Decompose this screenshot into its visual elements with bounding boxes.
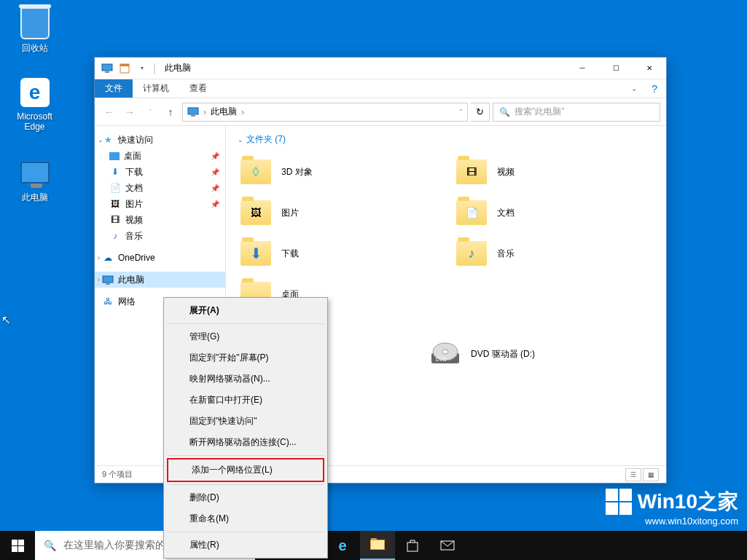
svg-rect-14: [12, 546, 17, 552]
search-placeholder: 搜索"此电脑": [515, 106, 565, 118]
addr-dropdown-icon[interactable]: ˅: [459, 109, 463, 116]
sidebar-item-downloads[interactable]: ⬇下载📌: [95, 164, 225, 180]
chevron-down-icon: ⌄: [238, 136, 243, 143]
sidebar-this-pc[interactable]: › 此电脑: [95, 272, 225, 288]
menu-manage[interactable]: 管理(G): [166, 326, 325, 347]
up-button[interactable]: ↑: [162, 103, 179, 121]
maximize-button[interactable]: ☐: [599, 58, 633, 79]
search-icon: 🔍: [499, 107, 510, 117]
chevron-right-icon[interactable]: ›: [98, 276, 100, 283]
search-icon: 🔍: [44, 540, 56, 551]
folder-icon: 🖼: [240, 197, 271, 228]
svg-rect-5: [191, 115, 195, 117]
watermark-url: www.win10xitong.com: [606, 516, 738, 527]
qat-dropdown-icon[interactable]: ▾: [136, 62, 149, 75]
windows-logo-icon: [12, 540, 24, 552]
folder-pictures[interactable]: 🖼图片: [238, 194, 439, 232]
menu-delete[interactable]: 删除(D): [166, 487, 325, 508]
pin-icon: 📌: [211, 168, 219, 176]
sidebar-item-music[interactable]: ♪音乐: [95, 228, 225, 244]
sidebar-item-videos[interactable]: 🎞视频: [95, 212, 225, 228]
forward-button[interactable]: →: [121, 103, 138, 121]
taskbar-store[interactable]: [395, 531, 430, 560]
menu-expand[interactable]: 展开(A): [166, 300, 325, 321]
address-bar[interactable]: › 此电脑 › ˅: [182, 103, 468, 122]
recycle-bin-icon: [19, 7, 51, 39]
sidebar-item-desktop[interactable]: 桌面📌: [95, 148, 225, 164]
folder-icon: ⬇: [240, 238, 271, 269]
this-pc-icon: [19, 157, 51, 189]
menu-separator: [167, 455, 324, 456]
sidebar-item-documents[interactable]: 📄文档📌: [95, 180, 225, 196]
sidebar-quick-access[interactable]: ⌄ ★ 快速访问: [95, 132, 225, 148]
addr-this-pc-icon: [187, 107, 199, 117]
breadcrumb[interactable]: 此电脑: [211, 106, 237, 118]
folder-icon: ◊: [240, 157, 271, 187]
ribbon-expand-icon[interactable]: ⌄: [625, 79, 643, 98]
chevron-right-icon[interactable]: ›: [98, 254, 100, 261]
menu-map-drive[interactable]: 映射网络驱动器(N)...: [166, 368, 325, 390]
minimize-button[interactable]: ─: [566, 58, 599, 79]
window-title: 此电脑: [165, 62, 191, 74]
dvd-drive-icon: DVD: [430, 339, 461, 369]
tab-computer[interactable]: 计算机: [133, 79, 179, 98]
titlebar[interactable]: ▾ | 此电脑 ─ ☐ ✕: [95, 58, 666, 79]
desktop-icon: [109, 152, 120, 160]
breadcrumb-sep: ›: [241, 107, 244, 117]
help-icon[interactable]: ?: [643, 79, 666, 98]
folder-downloads[interactable]: ⬇下载: [238, 234, 439, 272]
windows-logo-icon: [606, 489, 632, 515]
close-button[interactable]: ✕: [633, 58, 666, 79]
svg-rect-7: [106, 283, 110, 285]
folder-documents[interactable]: 📄文档: [453, 194, 654, 232]
menu-rename[interactable]: 重命名(M): [166, 508, 325, 529]
refresh-button[interactable]: ↻: [471, 103, 490, 122]
this-pc-mini-icon: [101, 62, 114, 75]
music-icon: ♪: [109, 230, 121, 242]
properties-qat-icon[interactable]: [118, 62, 131, 75]
watermark-brand: Win10之家: [638, 488, 738, 516]
view-tiles-button[interactable]: ▦: [643, 468, 659, 481]
tab-file[interactable]: 文件: [95, 79, 133, 98]
back-button[interactable]: ←: [101, 103, 118, 121]
video-icon: 🎞: [109, 214, 121, 226]
tab-view[interactable]: 查看: [179, 79, 217, 98]
quick-access-toolbar: ▾ |: [101, 62, 156, 75]
group-header-folders[interactable]: ⌄ 文件夹 (7): [238, 133, 654, 146]
recent-dropdown[interactable]: ˅: [141, 103, 159, 121]
menu-disconnect-drive[interactable]: 断开网络驱动器的连接(C)...: [166, 432, 325, 453]
svg-text:DVD: DVD: [436, 357, 447, 362]
taskbar-explorer[interactable]: [360, 531, 395, 560]
cursor-icon: ↖: [1, 313, 11, 327]
menu-separator: [167, 484, 324, 485]
folder-music[interactable]: ♪音乐: [453, 234, 654, 272]
network-icon: 🖧: [102, 296, 114, 307]
menu-pin-start[interactable]: 固定到"开始"屏幕(P): [166, 347, 325, 368]
menu-separator: [167, 532, 324, 532]
view-details-button[interactable]: ☰: [625, 468, 641, 481]
onedrive-icon: ☁: [102, 252, 114, 264]
highlighted-menu-item: 添加一个网络位置(L): [167, 458, 324, 482]
svg-rect-18: [407, 543, 418, 551]
menu-pin-quickaccess[interactable]: 固定到"快速访问": [166, 411, 325, 432]
watermark: Win10之家 www.win10xitong.com: [606, 488, 738, 527]
menu-properties[interactable]: 属性(R): [166, 535, 325, 556]
start-button[interactable]: [0, 531, 35, 560]
desktop-icon-edge[interactable]: e Microsoft Edge: [7, 76, 62, 132]
taskbar-edge[interactable]: e: [325, 531, 360, 560]
svg-point-10: [442, 350, 448, 354]
desktop-icon-recycle-bin[interactable]: 回收站: [7, 7, 62, 55]
folder-videos[interactable]: 🎞视频: [453, 153, 654, 191]
menu-new-window[interactable]: 在新窗口中打开(E): [166, 390, 325, 411]
desktop-icon-this-pc[interactable]: 此电脑: [7, 157, 62, 204]
pin-icon: 📌: [211, 200, 219, 208]
sidebar-item-pictures[interactable]: 🖼图片📌: [95, 196, 225, 212]
menu-add-network-location[interactable]: 添加一个网络位置(L): [168, 460, 323, 481]
chevron-down-icon[interactable]: ⌄: [98, 136, 103, 143]
search-box[interactable]: 🔍 搜索"此电脑": [493, 103, 660, 122]
pin-icon: 📌: [211, 152, 219, 160]
drive-dvd[interactable]: DVD DVD 驱动器 (D:): [427, 335, 602, 373]
folder-3d-objects[interactable]: ◊3D 对象: [238, 153, 439, 191]
sidebar-onedrive[interactable]: › ☁ OneDrive: [95, 250, 225, 266]
taskbar-mail[interactable]: [430, 531, 465, 560]
